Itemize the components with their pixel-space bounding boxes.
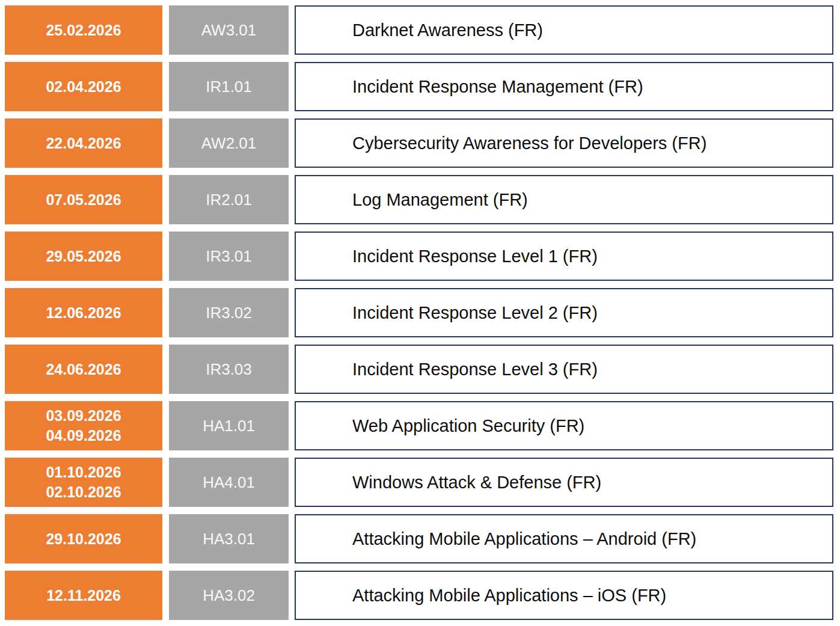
course-title-cell: Incident Response Level 1 (FR) bbox=[295, 232, 833, 281]
schedule-row: 29.10.2026 HA3.01 Attacking Mobile Appli… bbox=[5, 514, 840, 563]
course-code-label: IR2.01 bbox=[206, 191, 252, 209]
course-code-label: HA3.02 bbox=[203, 586, 255, 605]
course-date-cell: 12.06.2026 bbox=[5, 288, 162, 337]
course-code-label: HA1.01 bbox=[203, 417, 255, 435]
course-date-cell: 22.04.2026 bbox=[5, 118, 162, 168]
course-title-label: Web Application Security (FR) bbox=[352, 416, 584, 436]
course-date-cell: 12.11.2026 bbox=[5, 571, 162, 620]
course-code-cell: HA4.01 bbox=[169, 458, 289, 507]
course-title-cell: Darknet Awareness (FR) bbox=[295, 5, 833, 55]
course-date-cell: 07.05.2026 bbox=[5, 175, 162, 224]
course-date-label: 12.06.2026 bbox=[46, 303, 121, 323]
course-code-cell: HA3.01 bbox=[169, 514, 289, 563]
course-title-cell: Attacking Mobile Applications – iOS (FR) bbox=[295, 571, 833, 620]
course-date-label: 07.05.2026 bbox=[46, 190, 121, 210]
course-code-label: AW3.01 bbox=[201, 21, 257, 40]
course-title-label: Cybersecurity Awareness for Developers (… bbox=[352, 133, 707, 153]
schedule-row: 25.02.2026 AW3.01 Darknet Awareness (FR) bbox=[5, 5, 840, 55]
course-code-label: IR1.01 bbox=[206, 78, 252, 96]
course-date-label: 01.10.2026 02.10.2026 bbox=[46, 462, 121, 502]
course-date-cell: 02.04.2026 bbox=[5, 62, 162, 111]
course-title-cell: Attacking Mobile Applications – Android … bbox=[295, 514, 833, 563]
course-date-cell: 24.06.2026 bbox=[5, 345, 162, 394]
course-schedule-table: 25.02.2026 AW3.01 Darknet Awareness (FR)… bbox=[0, 0, 840, 620]
course-date-label: 12.11.2026 bbox=[46, 586, 121, 606]
course-code-label: IR3.02 bbox=[206, 304, 252, 322]
course-title-cell: Web Application Security (FR) bbox=[295, 401, 833, 450]
course-code-cell: IR3.02 bbox=[169, 288, 289, 337]
schedule-row: 22.04.2026 AW2.01 Cybersecurity Awarenes… bbox=[5, 118, 840, 168]
course-date-label: 29.05.2026 bbox=[46, 247, 121, 266]
course-code-cell: IR3.03 bbox=[169, 345, 289, 394]
course-code-cell: AW2.01 bbox=[169, 118, 289, 168]
course-date-cell: 01.10.2026 02.10.2026 bbox=[5, 458, 162, 507]
course-title-cell: Log Management (FR) bbox=[295, 175, 833, 224]
course-title-label: Attacking Mobile Applications – iOS (FR) bbox=[352, 586, 666, 606]
course-title-cell: Cybersecurity Awareness for Developers (… bbox=[295, 118, 833, 168]
schedule-row: 02.04.2026 IR1.01 Incident Response Mana… bbox=[5, 62, 840, 111]
course-title-label: Incident Response Management (FR) bbox=[352, 77, 643, 97]
schedule-row: 12.11.2026 HA3.02 Attacking Mobile Appli… bbox=[5, 571, 840, 620]
course-date-label: 03.09.2026 04.09.2026 bbox=[46, 406, 121, 446]
course-title-label: Attacking Mobile Applications – Android … bbox=[352, 529, 696, 549]
course-code-cell: HA1.01 bbox=[169, 401, 289, 450]
schedule-row: 03.09.2026 04.09.2026 HA1.01 Web Applica… bbox=[5, 401, 840, 450]
course-title-label: Incident Response Level 3 (FR) bbox=[352, 360, 598, 379]
course-date-label: 22.04.2026 bbox=[46, 133, 121, 153]
course-code-label: AW2.01 bbox=[201, 134, 257, 153]
course-date-cell: 29.10.2026 bbox=[5, 514, 162, 563]
course-code-label: IR3.03 bbox=[206, 360, 252, 379]
schedule-rows: 25.02.2026 AW3.01 Darknet Awareness (FR)… bbox=[5, 5, 840, 620]
schedule-row: 07.05.2026 IR2.01 Log Management (FR) bbox=[5, 175, 840, 224]
course-code-cell: IR3.01 bbox=[169, 232, 289, 281]
course-title-cell: Incident Response Level 3 (FR) bbox=[295, 345, 833, 394]
course-title-cell: Windows Attack & Defense (FR) bbox=[295, 458, 833, 507]
course-title-cell: Incident Response Level 2 (FR) bbox=[295, 288, 833, 337]
course-title-label: Darknet Awareness (FR) bbox=[352, 20, 543, 40]
course-code-label: HA3.01 bbox=[203, 530, 255, 548]
course-date-label: 24.06.2026 bbox=[46, 360, 121, 379]
course-date-label: 25.02.2026 bbox=[46, 20, 121, 40]
schedule-row: 01.10.2026 02.10.2026 HA4.01 Windows Att… bbox=[5, 458, 840, 507]
course-title-label: Log Management (FR) bbox=[352, 190, 528, 210]
course-title-label: Windows Attack & Defense (FR) bbox=[352, 473, 601, 493]
course-code-cell: IR1.01 bbox=[169, 62, 289, 111]
course-title-cell: Incident Response Management (FR) bbox=[295, 62, 833, 111]
course-date-cell: 25.02.2026 bbox=[5, 5, 162, 55]
course-title-label: Incident Response Level 2 (FR) bbox=[352, 303, 598, 323]
course-date-label: 02.04.2026 bbox=[46, 77, 121, 97]
course-code-label: IR3.01 bbox=[206, 247, 252, 266]
course-code-cell: HA3.02 bbox=[169, 571, 289, 620]
course-code-label: HA4.01 bbox=[203, 473, 255, 492]
schedule-row: 24.06.2026 IR3.03 Incident Response Leve… bbox=[5, 345, 840, 394]
course-title-label: Incident Response Level 1 (FR) bbox=[352, 247, 598, 266]
course-date-cell: 03.09.2026 04.09.2026 bbox=[5, 401, 162, 450]
schedule-row: 29.05.2026 IR3.01 Incident Response Leve… bbox=[5, 232, 840, 281]
course-code-cell: AW3.01 bbox=[169, 5, 289, 55]
course-date-cell: 29.05.2026 bbox=[5, 232, 162, 281]
course-code-cell: IR2.01 bbox=[169, 175, 289, 224]
course-date-label: 29.10.2026 bbox=[46, 529, 121, 549]
schedule-row: 12.06.2026 IR3.02 Incident Response Leve… bbox=[5, 288, 840, 337]
